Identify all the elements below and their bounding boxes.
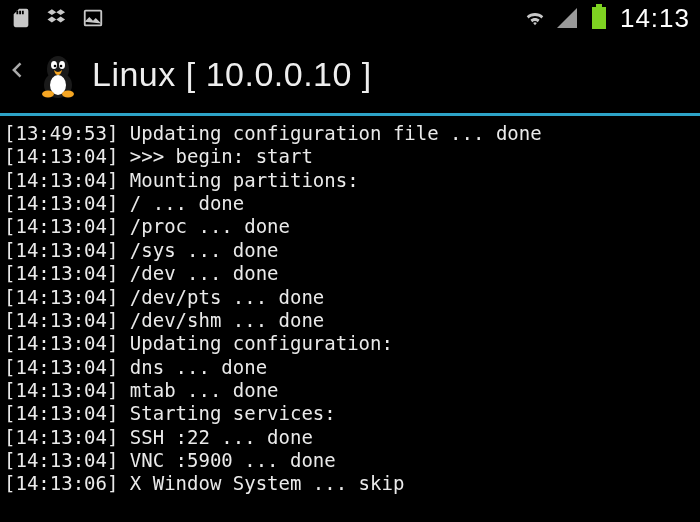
- log-line: [14:13:04] VNC :5900 ... done: [4, 449, 696, 472]
- svg-point-8: [42, 90, 54, 97]
- signal-icon: [556, 7, 578, 29]
- picture-icon: [82, 7, 104, 29]
- log-line: [14:13:04] /proc ... done: [4, 215, 696, 238]
- log-line: [14:13:04] mtab ... done: [4, 379, 696, 402]
- log-line: [14:13:06] X Window System ... skip: [4, 472, 696, 495]
- log-line: [14:13:04] SSH :22 ... done: [4, 426, 696, 449]
- clock: 14:13: [620, 3, 690, 34]
- app-header: Linux [ 10.0.0.10 ]: [0, 36, 700, 116]
- tux-icon[interactable]: [34, 51, 82, 99]
- terminal-output[interactable]: [13:49:53] Updating configuration file .…: [0, 116, 700, 502]
- battery-icon: [588, 7, 610, 29]
- app-title: Linux [ 10.0.0.10 ]: [92, 55, 372, 94]
- svg-point-7: [60, 64, 63, 67]
- dropbox-icon: [46, 7, 68, 29]
- log-line: [14:13:04] / ... done: [4, 192, 696, 215]
- svg-point-4: [51, 61, 57, 69]
- log-line: [14:13:04] >>> begin: start: [4, 145, 696, 168]
- log-line: [14:13:04] Mounting partitions:: [4, 169, 696, 192]
- log-line: [14:13:04] /sys ... done: [4, 239, 696, 262]
- log-line: [14:13:04] Updating configuration:: [4, 332, 696, 355]
- log-line: [14:13:04] dns ... done: [4, 356, 696, 379]
- log-line: [14:13:04] /dev ... done: [4, 262, 696, 285]
- sd-card-icon: [10, 7, 32, 29]
- svg-point-9: [62, 90, 74, 97]
- title-ip: [ 10.0.0.10 ]: [186, 55, 372, 93]
- status-bar-right: 14:13: [524, 3, 690, 34]
- back-icon[interactable]: [8, 52, 28, 97]
- log-line: [13:49:53] Updating configuration file .…: [4, 122, 696, 145]
- svg-point-5: [59, 61, 65, 69]
- svg-point-6: [54, 64, 57, 67]
- status-bar-left: [10, 7, 104, 29]
- status-bar: 14:13: [0, 0, 700, 36]
- wifi-icon: [524, 7, 546, 29]
- log-line: [14:13:04] Starting services:: [4, 402, 696, 425]
- title-name: Linux: [92, 55, 176, 93]
- log-line: [14:13:04] /dev/pts ... done: [4, 286, 696, 309]
- log-line: [14:13:04] /dev/shm ... done: [4, 309, 696, 332]
